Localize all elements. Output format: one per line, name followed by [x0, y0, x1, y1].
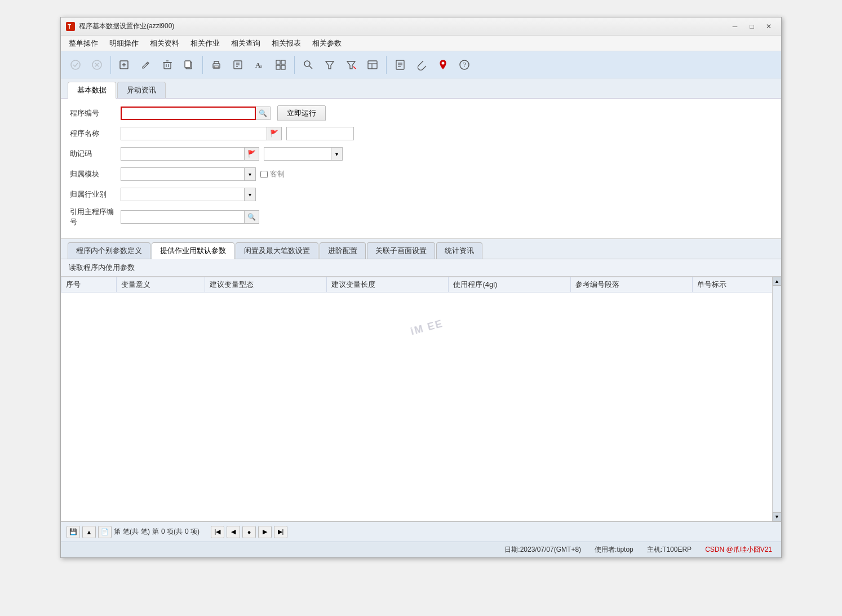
- label-mnemonic: 助记码: [70, 149, 121, 159]
- nav-first-button[interactable]: |◀: [211, 526, 224, 538]
- run-now-button[interactable]: 立即运行: [277, 105, 326, 121]
- industry-dropdown-arrow[interactable]: ▾: [245, 188, 256, 201]
- status-save-btn[interactable]: 💾: [67, 526, 80, 538]
- tab-basic-data[interactable]: 基本数据: [68, 82, 116, 99]
- menu-bar: 整单操作 明细操作 相关资料 相关作业 相关查询 相关报表 相关参数: [61, 36, 781, 51]
- label-module: 归属模块: [70, 169, 121, 179]
- filter-button[interactable]: [320, 55, 340, 75]
- form-row-ref-program: 引用主程序编号 🔍: [70, 207, 772, 227]
- nav-next-button[interactable]: ▶: [258, 526, 272, 538]
- col-header-seqno: 序号: [61, 277, 117, 293]
- checkbox-customized[interactable]: [260, 171, 268, 178]
- export-button[interactable]: [228, 55, 248, 75]
- menu-item-相关报表[interactable]: 相关报表: [266, 36, 307, 51]
- svg-rect-28: [281, 65, 285, 69]
- mnemonic-dropdown-arrow[interactable]: ▾: [331, 147, 343, 161]
- status-up-btn[interactable]: ▲: [82, 526, 96, 538]
- scroll-up-arrow[interactable]: ▲: [773, 277, 782, 286]
- help-button[interactable]: ?: [454, 55, 475, 75]
- print-button[interactable]: [206, 55, 227, 75]
- tab-advance[interactable]: 进阶配置: [320, 242, 366, 259]
- svg-point-29: [304, 61, 310, 67]
- status-label-bi2: 笔): [141, 527, 150, 537]
- label-program-code: 程序编号: [70, 108, 121, 118]
- svg-point-41: [442, 61, 445, 64]
- scrollbar[interactable]: ▲ ▼: [772, 277, 781, 521]
- scroll-down-arrow[interactable]: ▼: [773, 512, 782, 521]
- form-row-program-code: 程序编号 🔍 立即运行: [70, 105, 772, 121]
- svg-point-2: [71, 60, 80, 69]
- title-bar: T 程序基本数据设置作业(azzi900) ─ □ ✕: [61, 17, 781, 36]
- svg-line-30: [309, 66, 312, 69]
- menu-item-相关参数[interactable]: 相关参数: [307, 36, 347, 51]
- module-dropdown-arrow[interactable]: ▾: [245, 167, 256, 181]
- status-items: 0 项(共: [161, 527, 183, 537]
- col-header-prog-4gl: 使用程序(4gl): [449, 277, 570, 293]
- menu-item-相关资料[interactable]: 相关资料: [144, 36, 185, 51]
- maximize-button[interactable]: □: [744, 20, 760, 33]
- input-wrapper-mnemonic: 🚩: [121, 147, 259, 161]
- menu-item-相关查询[interactable]: 相关查询: [225, 36, 266, 51]
- program-name-input[interactable]: [121, 127, 267, 140]
- filter2-button[interactable]: [341, 55, 361, 75]
- attach-button[interactable]: [411, 55, 432, 75]
- delete-button[interactable]: [157, 55, 178, 75]
- mnemonic-right-dropdown[interactable]: [264, 147, 331, 161]
- search-button[interactable]: [298, 55, 318, 75]
- ref-program-search-btn[interactable]: 🔍: [245, 210, 259, 224]
- col-header-var-len: 建议变量长度: [327, 277, 449, 293]
- svg-line-33: [353, 67, 356, 69]
- nav-prev-button[interactable]: ◀: [227, 526, 240, 538]
- layout-button[interactable]: [362, 55, 383, 75]
- nav-last-button[interactable]: ▶|: [274, 526, 287, 538]
- svg-rect-16: [185, 61, 190, 68]
- window-title: 程序基本数据设置作业(azzi900): [79, 21, 727, 31]
- ref-program-input[interactable]: [121, 210, 245, 224]
- program-name-flag-btn[interactable]: 🚩: [267, 127, 282, 140]
- close-button[interactable]: ✕: [761, 20, 777, 33]
- tab-idle-max[interactable]: 闲置及最大笔数设置: [236, 242, 318, 259]
- industry-dropdown[interactable]: [121, 188, 245, 201]
- tab-stats[interactable]: 统计资讯: [436, 242, 482, 259]
- menu-item-相关作业[interactable]: 相关作业: [185, 36, 225, 51]
- svg-text:T: T: [68, 24, 71, 30]
- tab-anomaly[interactable]: 异动资讯: [117, 82, 166, 98]
- data-table: 序号 变量意义 建议变量型态 建议变量长度 使用程序(4gl) 参考编号段落 单…: [61, 277, 781, 293]
- tab-param-def[interactable]: 程序内个别参数定义: [68, 242, 150, 259]
- program-name-right-input: [286, 127, 354, 140]
- module-dropdown[interactable]: [121, 167, 245, 181]
- menu-item-明细操作[interactable]: 明细操作: [104, 36, 144, 51]
- status-label-di2: 第: [152, 527, 159, 537]
- note-button[interactable]: [390, 55, 410, 75]
- nav-dot-button[interactable]: ●: [242, 526, 256, 538]
- label-program-name: 程序名称: [70, 128, 121, 139]
- mnemonic-flag-btn[interactable]: 🚩: [245, 147, 259, 161]
- grid-button[interactable]: [271, 55, 291, 75]
- menu-item-整单操作[interactable]: 整单操作: [63, 36, 104, 51]
- font-button[interactable]: Aa: [249, 55, 269, 75]
- info-user: 使用者:tiptop: [595, 545, 633, 555]
- window-controls: ─ □ ✕: [727, 20, 777, 33]
- checkbox-customized-label: 客制: [260, 169, 285, 179]
- mnemonic-input[interactable]: [121, 147, 245, 161]
- info-host: 主机:T100ERP: [647, 545, 692, 555]
- minimize-button[interactable]: ─: [727, 20, 743, 33]
- tab-sub-ui[interactable]: 关联子画面设置: [367, 242, 435, 259]
- svg-rect-34: [368, 61, 377, 69]
- location-button[interactable]: [433, 55, 453, 75]
- status-page-btn[interactable]: 📄: [98, 526, 112, 538]
- cancel-button[interactable]: [87, 55, 107, 75]
- content-area: 基本数据 异动资讯 程序编号 🔍 立即运行 程序名称 🚩: [61, 78, 781, 557]
- svg-rect-10: [164, 63, 171, 69]
- data-table-wrapper[interactable]: 序号 变量意义 建议变量型态 建议变量长度 使用程序(4gl) 参考编号段落 单…: [61, 277, 781, 521]
- copy-button[interactable]: [179, 55, 199, 75]
- toolbar-separator-3: [294, 56, 295, 74]
- svg-rect-27: [276, 65, 280, 69]
- confirm-button[interactable]: [65, 55, 86, 75]
- program-code-input[interactable]: [121, 107, 256, 120]
- edit-button[interactable]: [136, 55, 156, 75]
- program-code-search-btn[interactable]: 🔍: [256, 107, 271, 120]
- status-label-bi: 笔(共: [123, 527, 139, 537]
- tab-default-param[interactable]: 提供作业用默认参数: [152, 242, 234, 259]
- add-button[interactable]: [114, 55, 135, 75]
